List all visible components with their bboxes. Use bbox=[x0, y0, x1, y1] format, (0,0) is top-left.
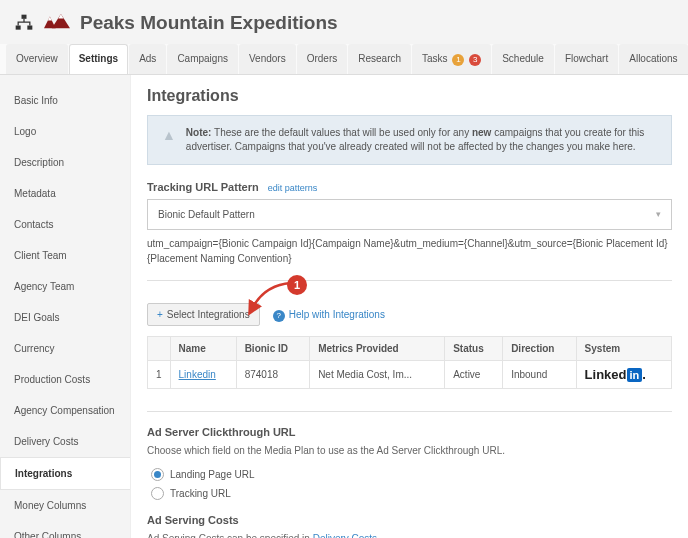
svg-marker-6 bbox=[58, 14, 63, 19]
sidebar-item-basic-info[interactable]: Basic Info bbox=[0, 85, 130, 116]
sidebar-item-logo[interactable]: Logo bbox=[0, 116, 130, 147]
sidebar-item-money-columns[interactable]: Money Columns bbox=[0, 490, 130, 521]
warning-icon: ▲ bbox=[162, 126, 176, 154]
page-title: Peaks Mountain Expeditions bbox=[80, 12, 338, 34]
delivery-costs-link[interactable]: Delivery Costs bbox=[313, 533, 377, 538]
note-text1: These are the default values that will b… bbox=[211, 127, 472, 138]
sidebar-item-integrations[interactable]: Integrations bbox=[0, 457, 130, 490]
col-name: Name bbox=[170, 337, 236, 361]
radio-landing-page[interactable]: Landing Page URL bbox=[151, 468, 672, 481]
edit-patterns-link[interactable]: edit patterns bbox=[268, 183, 318, 193]
cell-bionic-id: 874018 bbox=[236, 361, 309, 389]
tab-ads[interactable]: Ads bbox=[129, 44, 166, 74]
sidebar-item-description[interactable]: Description bbox=[0, 147, 130, 178]
tab-tasks-label: Tasks bbox=[422, 53, 448, 64]
cell-system: Linkedin. bbox=[576, 361, 671, 389]
sidebar-item-client-team[interactable]: Client Team bbox=[0, 240, 130, 271]
sidebar-item-agency-compensation[interactable]: Agency Compensation bbox=[0, 395, 130, 426]
settings-sidebar: Basic Info Logo Description Metadata Con… bbox=[0, 75, 130, 538]
tab-campaigns[interactable]: Campaigns bbox=[167, 44, 238, 74]
select-integrations-label: Select Integrations bbox=[167, 309, 250, 320]
svg-rect-1 bbox=[16, 26, 21, 30]
tab-vendors[interactable]: Vendors bbox=[239, 44, 296, 74]
sidebar-item-metadata[interactable]: Metadata bbox=[0, 178, 130, 209]
tab-allocations[interactable]: Allocations bbox=[619, 44, 687, 74]
linkedin-logo-icon: Linkedin. bbox=[585, 367, 646, 382]
company-logo-icon bbox=[44, 12, 70, 34]
table-row: 1 Linkedin 874018 Net Media Cost, Im... … bbox=[148, 361, 672, 389]
tracking-url-label: Tracking URL Pattern edit patterns bbox=[147, 181, 672, 193]
col-status: Status bbox=[445, 337, 503, 361]
note-bold2: new bbox=[472, 127, 491, 138]
col-metrics: Metrics Provided bbox=[310, 337, 445, 361]
col-bionic-id: Bionic ID bbox=[236, 337, 309, 361]
radio-label-tracking: Tracking URL bbox=[170, 488, 231, 499]
sidebar-item-production-costs[interactable]: Production Costs bbox=[0, 364, 130, 395]
divider bbox=[147, 411, 672, 412]
clickthrough-desc: Choose which field on the Media Plan to … bbox=[147, 444, 672, 458]
ad-serving-desc: Ad Serving Costs can be specified in Del… bbox=[147, 532, 672, 538]
tab-research[interactable]: Research bbox=[348, 44, 411, 74]
ad-serving-title: Ad Serving Costs bbox=[147, 514, 672, 526]
sidebar-item-delivery-costs[interactable]: Delivery Costs bbox=[0, 426, 130, 457]
default-values-note: ▲ Note: These are the default values tha… bbox=[147, 115, 672, 165]
cell-metrics: Net Media Cost, Im... bbox=[310, 361, 445, 389]
svg-rect-2 bbox=[27, 26, 32, 30]
cell-status: Active bbox=[445, 361, 503, 389]
radio-label-landing: Landing Page URL bbox=[170, 469, 255, 480]
ad-serving-desc-pre: Ad Serving Costs can be specified in bbox=[147, 533, 313, 538]
col-system: System bbox=[576, 337, 671, 361]
main-heading: Integrations bbox=[147, 87, 672, 105]
select-integrations-button[interactable]: + Select Integrations bbox=[147, 303, 260, 326]
tab-orders[interactable]: Orders bbox=[297, 44, 348, 74]
tab-flowchart[interactable]: Flowchart bbox=[555, 44, 618, 74]
cell-row-num: 1 bbox=[148, 361, 171, 389]
table-header-row: Name Bionic ID Metrics Provided Status D… bbox=[148, 337, 672, 361]
tab-settings[interactable]: Settings bbox=[69, 44, 128, 74]
svg-rect-0 bbox=[22, 15, 27, 19]
integration-name-link[interactable]: Linkedin bbox=[179, 369, 216, 380]
tab-overview[interactable]: Overview bbox=[6, 44, 68, 74]
radio-icon bbox=[151, 468, 164, 481]
sidebar-item-other-columns[interactable]: Other Columns bbox=[0, 521, 130, 538]
tasks-badge-warning: 1 bbox=[452, 54, 464, 66]
tab-schedule[interactable]: Schedule bbox=[492, 44, 554, 74]
tracking-label-text: Tracking URL Pattern bbox=[147, 181, 259, 193]
tracking-pattern-preview: utm_campaign={Bionic Campaign Id}{Campai… bbox=[147, 236, 672, 266]
page-header: Peaks Mountain Expeditions bbox=[0, 0, 688, 44]
main-tabs: Overview Settings Ads Campaigns Vendors … bbox=[0, 44, 688, 75]
svg-marker-5 bbox=[48, 17, 52, 21]
plus-icon: + bbox=[157, 309, 163, 320]
radio-icon bbox=[151, 487, 164, 500]
sidebar-item-contacts[interactable]: Contacts bbox=[0, 209, 130, 240]
radio-tracking-url[interactable]: Tracking URL bbox=[151, 487, 672, 500]
cell-name: Linkedin bbox=[170, 361, 236, 389]
org-chart-icon bbox=[14, 13, 34, 33]
sidebar-item-currency[interactable]: Currency bbox=[0, 333, 130, 364]
cell-direction: Inbound bbox=[503, 361, 576, 389]
divider bbox=[147, 280, 672, 281]
col-num bbox=[148, 337, 171, 361]
sidebar-item-agency-team[interactable]: Agency Team bbox=[0, 271, 130, 302]
sidebar-item-dei-goals[interactable]: DEI Goals bbox=[0, 302, 130, 333]
clickthrough-title: Ad Server Clickthrough URL bbox=[147, 426, 672, 438]
tasks-badge-alert: 3 bbox=[469, 54, 481, 66]
main-content: Integrations ▲ Note: These are the defau… bbox=[130, 75, 688, 538]
tracking-pattern-select[interactable]: Bionic Default Pattern bbox=[147, 199, 672, 230]
tab-tasks[interactable]: Tasks 1 3 bbox=[412, 44, 491, 74]
help-link-label: Help with Integrations bbox=[289, 309, 385, 320]
annotation-callout: 1 bbox=[287, 275, 307, 295]
integrations-table: Name Bionic ID Metrics Provided Status D… bbox=[147, 336, 672, 389]
col-direction: Direction bbox=[503, 337, 576, 361]
note-bold1: Note: bbox=[186, 127, 212, 138]
